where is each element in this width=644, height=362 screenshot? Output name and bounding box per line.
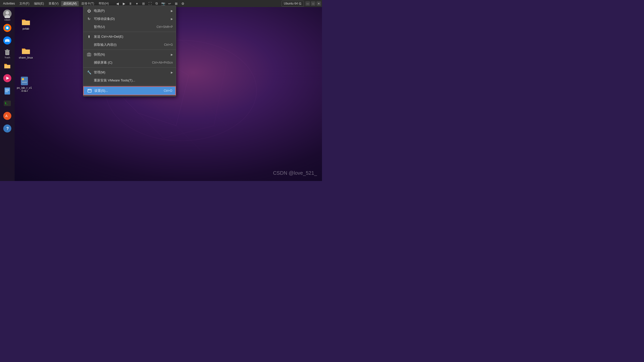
svg-rect-37: [22, 50, 30, 54]
svg-text:$_: $_: [5, 102, 8, 105]
settings-shortcut: Ctrl+D: [164, 89, 172, 93]
dock-item-trash[interactable]: Trash: [2, 47, 13, 59]
svg-point-47: [88, 89, 89, 90]
svg-rect-44: [88, 53, 90, 53]
dock-software-icon: A: [3, 111, 12, 120]
svg-rect-38: [21, 77, 28, 85]
dock-item-help[interactable]: ?: [2, 123, 13, 134]
svg-rect-41: [22, 82, 27, 83]
window-controls: — □ ✕: [305, 1, 321, 6]
topbar-activities-btn[interactable]: Activities: [1, 1, 17, 6]
snapshot-arrow-icon: ▶: [171, 53, 173, 56]
manage-arrow-icon: ▶: [171, 71, 173, 74]
svg-rect-29: [5, 92, 8, 92]
removable-icon: ↻: [86, 16, 92, 22]
menu-item-grab-input[interactable]: 抓取输入内容(I) Ctrl+G: [83, 41, 176, 49]
dock-robert-icon: [3, 10, 12, 18]
send-cad-icon: ⬆: [86, 34, 92, 39]
separator-3: [83, 67, 176, 68]
topbar-window-title[interactable]: Ubuntu 64 位: [281, 1, 304, 7]
menu-item-reinstall-tools[interactable]: 重新安装 VMware Tools(T)...: [83, 76, 176, 84]
menu-item-pause[interactable]: 暂停(U) Ctrl+Shift+P: [83, 23, 176, 31]
topbar-view-menu[interactable]: 查看(V): [47, 1, 61, 6]
dock-item-files[interactable]: [2, 60, 13, 71]
share-linux-folder-icon: [20, 45, 31, 56]
dock-writer-icon: [3, 86, 12, 95]
dock-trash-icon: [3, 47, 12, 56]
icon-pvlab-tar[interactable]: pv_lab_r_v1.0.ta-r: [16, 74, 33, 93]
svg-point-15: [6, 27, 9, 29]
removable-arrow-icon: ▶: [171, 17, 173, 21]
topbar-vm-menu[interactable]: 虚拟机(M): [61, 1, 79, 6]
watermark: CSDN @love_521_: [273, 170, 317, 176]
pvlab-label: pvlab: [23, 27, 29, 30]
manage-icon: 🔧: [86, 70, 92, 75]
dock-thunderbird-icon: [3, 36, 12, 45]
dock-robert-label: robert: [4, 19, 10, 21]
menu-snapshot-label: 快照(N): [94, 52, 169, 57]
context-menu: ⏻ 电源(P) ▶ ↻ 可移动设备(D) ▶ 暂停(U) Ctrl+Shift+…: [83, 6, 176, 97]
topbar-right: Ubuntu 64 位 — □ ✕: [281, 1, 321, 7]
svg-point-43: [88, 54, 90, 56]
menu-capture-screen-label: 捕获屏幕 (C): [94, 60, 148, 65]
icon-share-linux[interactable]: share_linux: [17, 44, 35, 60]
power-arrow-icon: ▶: [171, 9, 173, 13]
pvlab-tar-label: pv_lab_r_v1.0.ta-r: [17, 86, 32, 92]
share-linux-label: share_linux: [19, 56, 33, 59]
maximize-button[interactable]: □: [311, 1, 315, 6]
svg-rect-18: [5, 50, 10, 51]
grab-input-shortcut: Ctrl+G: [164, 43, 173, 47]
menu-item-removable[interactable]: ↻ 可移动设备(D) ▶: [83, 15, 176, 23]
svg-rect-27: [5, 89, 9, 89]
power-icon: ⏻: [86, 8, 92, 14]
toolbar-prefs-icon[interactable]: ⚙: [180, 1, 186, 7]
settings-icon: [87, 88, 92, 94]
icon-pvlab[interactable]: pvlab: [17, 15, 35, 31]
separator-1: [83, 32, 176, 32]
dock-terminal-icon: $_: [3, 99, 12, 108]
menu-item-snapshot[interactable]: 快照(N) ▶: [83, 51, 176, 59]
dock-item-writer[interactable]: [2, 85, 13, 97]
svg-rect-23: [4, 65, 10, 68]
topbar-file-menu[interactable]: 文件(F): [17, 1, 31, 6]
menu-item-manage[interactable]: 🔧 管理(M) ▶: [83, 68, 176, 76]
capture-screen-shortcut: Ctrl+Alt+PrtScn: [152, 61, 173, 64]
menu-reinstall-tools-label: 重新安装 VMware Tools(T)...: [94, 78, 173, 83]
minimize-button[interactable]: —: [305, 1, 310, 6]
close-button[interactable]: ✕: [316, 1, 321, 6]
menu-pause-label: 暂停(U): [94, 25, 152, 29]
pause-shortcut: Ctrl+Shift+P: [156, 25, 173, 29]
svg-point-11: [6, 11, 9, 15]
separator-4: [83, 85, 176, 85]
svg-text:?: ?: [6, 126, 9, 131]
dock-item-thunderbird[interactable]: [2, 35, 13, 46]
menu-item-settings[interactable]: 设置(S)... Ctrl+D: [83, 86, 176, 95]
dock-firefox-icon: [3, 23, 12, 32]
separator-2: [83, 50, 176, 50]
menu-item-capture-screen[interactable]: 捕获屏幕 (C) Ctrl+Alt+PrtScn: [83, 59, 176, 67]
svg-rect-19: [6, 49, 8, 50]
pause-icon: [86, 24, 92, 30]
dock-item-software[interactable]: A: [2, 110, 13, 122]
dock-item-robert[interactable]: robert: [2, 10, 13, 21]
menu-item-power[interactable]: ⏻ 电源(P) ▶: [83, 7, 176, 15]
svg-point-48: [89, 89, 89, 90]
svg-rect-28: [5, 90, 9, 91]
dock-trash-label: Trash: [5, 56, 10, 59]
menu-item-send-cad[interactable]: ⬆ 发送 Ctrl+Alt+Del(E): [83, 33, 176, 41]
dock-item-terminal[interactable]: $_: [2, 98, 13, 109]
menu-manage-label: 管理(M): [94, 70, 169, 75]
dock-item-rhythmbox[interactable]: [2, 72, 13, 84]
menu-send-cad-label: 发送 Ctrl+Alt+Del(E): [94, 34, 173, 39]
menu-settings-label: 设置(S)...: [94, 88, 160, 93]
svg-rect-36: [22, 21, 30, 25]
dock-help-icon: ?: [3, 124, 12, 133]
menu-removable-label: 可移动设备(D): [94, 17, 169, 21]
svg-rect-26: [5, 87, 10, 95]
dock-files-icon: [3, 61, 12, 70]
dock-item-firefox[interactable]: [2, 22, 13, 34]
dock-rhythmbox-icon: [3, 74, 12, 83]
topbar-edit-menu[interactable]: 编辑(E): [32, 1, 46, 6]
menu-grab-input-label: 抓取输入内容(I): [94, 42, 160, 47]
capture-screen-icon: [86, 60, 92, 65]
